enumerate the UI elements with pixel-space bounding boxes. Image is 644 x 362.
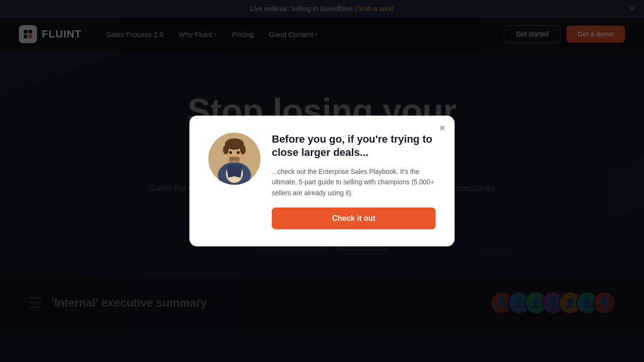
modal-close-button[interactable]: × — [439, 123, 445, 133]
modal-body: Before you go, if you're trying to close… — [208, 133, 436, 229]
modal-dialog: × — [189, 116, 455, 246]
modal-title: Before you go, if you're trying to close… — [272, 133, 436, 160]
svg-point-12 — [237, 151, 240, 154]
modal-overlay[interactable]: × — [0, 0, 644, 362]
modal-text-content: Before you go, if you're trying to close… — [272, 133, 436, 229]
page-wrapper: Live webinar: Selling in Soundbites (Gra… — [0, 0, 644, 362]
svg-point-13 — [229, 156, 240, 163]
modal-description: ...check out the Enterprise Sales Playbo… — [272, 166, 436, 198]
svg-point-10 — [240, 145, 246, 154]
svg-point-9 — [223, 145, 229, 154]
person-illustration — [208, 133, 260, 185]
svg-point-11 — [229, 151, 232, 154]
modal-cta-button[interactable]: Check it out — [272, 208, 436, 229]
modal-avatar — [208, 133, 260, 185]
